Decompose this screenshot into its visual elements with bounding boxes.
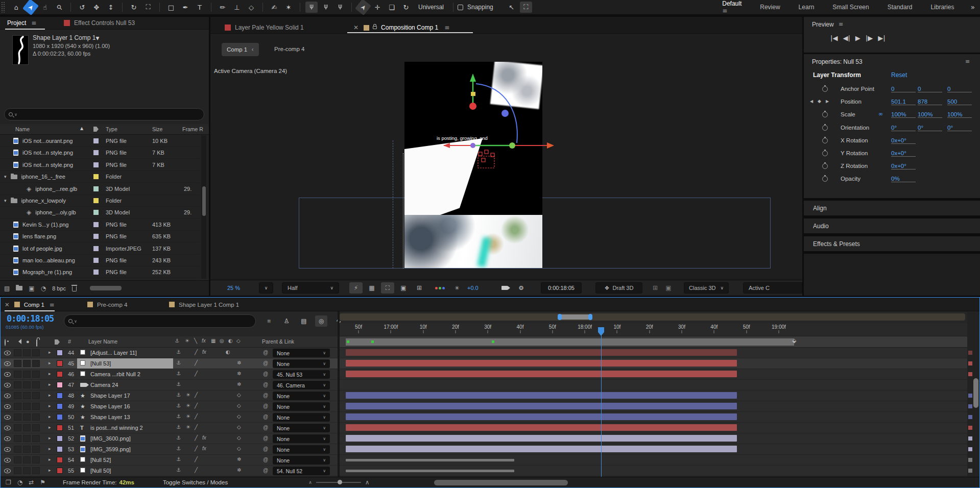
threed-column-icon[interactable]: ◇ [236, 338, 241, 344]
exposure-value[interactable]: +0.0 [467, 282, 479, 294]
label-color-swatch[interactable] [93, 186, 99, 191]
layer-row-51[interactable]: ▸51Tis post...nd winning 2⚓☀╱◇@None∨ [1, 423, 339, 433]
project-row[interactable]: lens flare.pngPNG file635 KB [0, 231, 199, 242]
project-row[interactable]: iOS not...n style.pngPNG file7 KB [0, 147, 199, 159]
layer-row-45[interactable]: ▸45[Null 53]⚓╱✲@None∨ [1, 358, 339, 369]
project-row[interactable]: iOS not...ourant.pngPNG file10 KB [0, 135, 199, 147]
threed-cube-icon[interactable]: ◇ [237, 435, 241, 441]
parent-link-dropdown[interactable]: 45. Null 53∨ [273, 370, 330, 379]
eye-icon[interactable] [4, 458, 11, 462]
layer-row-54[interactable]: ▸54[Null 52]⚓╱✲@None∨ [1, 455, 339, 466]
footage-title[interactable]: Shape Layer 1 Comp 1▼ [33, 34, 110, 42]
threed-cube-icon[interactable]: ◇ [237, 446, 241, 451]
rotation-tool[interactable]: ↻ [128, 2, 140, 13]
tab-project[interactable]: Project ≡ [7, 17, 36, 29]
workspace-tab-default[interactable]: Default ≡ [722, 0, 742, 14]
label-color-swatch[interactable] [93, 270, 99, 275]
frame-blend-column-icon[interactable]: ▦ [211, 338, 216, 344]
anchor-switch[interactable]: ⚓ [176, 392, 181, 398]
layer-name[interactable]: [Null 52] [90, 457, 111, 463]
layer-track-53[interactable] [340, 444, 967, 455]
layer-switch-cell[interactable] [23, 403, 31, 410]
eye-icon[interactable] [4, 404, 11, 409]
collapse-column-icon[interactable]: ☀ [185, 338, 189, 344]
magnification-menu[interactable]: ∨ [259, 282, 273, 294]
layer-duration-bar[interactable] [346, 424, 737, 431]
slash-switch[interactable]: ╱ [195, 392, 198, 398]
layer-switch-cell[interactable] [23, 392, 31, 399]
mask-visibility-icon[interactable]: ▣ [397, 282, 410, 294]
parent-link-dropdown[interactable]: None∨ [273, 434, 330, 443]
channel-settings-icon[interactable] [435, 282, 445, 294]
layer-name[interactable]: [Null 53] [90, 360, 111, 367]
layer-switch-cell[interactable] [32, 467, 40, 474]
slash-switch[interactable]: ╱ [195, 403, 198, 408]
layer-name[interactable]: Shape Layer 16 [90, 403, 130, 409]
layer-duration-bar[interactable] [346, 371, 737, 377]
panel-menu-icon[interactable]: ≡ [31, 19, 36, 27]
stopwatch-icon[interactable] [822, 86, 828, 92]
layer-switch-cell[interactable] [32, 349, 40, 356]
layer-switch-cell[interactable] [14, 371, 21, 378]
transform-gizmo[interactable] [429, 66, 562, 179]
project-item-name[interactable]: iphone_16_-_free [21, 174, 65, 180]
parent-pickwhip-icon[interactable]: @ [263, 425, 268, 430]
parent-pickwhip-icon[interactable]: @ [263, 350, 268, 355]
interpret-footage-icon[interactable]: ▤ [4, 285, 10, 292]
layer-name[interactable]: is post...nd winning 2 [90, 425, 143, 431]
expand-chevron-icon[interactable]: ▸ [49, 371, 51, 376]
layer-track-54[interactable] [340, 455, 967, 466]
anchor-switch[interactable]: ⚓ [176, 349, 181, 355]
column-size[interactable]: Size [152, 126, 162, 132]
breadcrumb-crumb[interactable]: Pre-comp 4 [274, 46, 304, 52]
property-value[interactable]: 501.1 [891, 99, 916, 105]
panel-menu-icon[interactable]: ≡ [965, 58, 970, 65]
eye-icon[interactable] [4, 426, 11, 430]
threed-cube-icon[interactable]: ◇ [237, 392, 241, 398]
property-value[interactable]: 100% [918, 111, 942, 118]
previous-frame-button[interactable]: ◀| [843, 34, 850, 42]
dolly-camera-tool[interactable]: ↕ [105, 2, 117, 13]
expand-modes-pane-icon[interactable]: ◔ [17, 479, 22, 486]
layer-duration-bar[interactable] [346, 446, 737, 452]
motion-blur-column-icon[interactable]: ◎ [220, 338, 224, 344]
label-color-swatch[interactable] [93, 258, 99, 263]
parent-link-dropdown[interactable]: 46. Camera∨ [273, 381, 330, 389]
parent-link-dropdown[interactable]: None∨ [273, 359, 330, 368]
next-keyframe-icon[interactable]: ▶ [826, 99, 829, 104]
property-value[interactable]: 500 [947, 99, 972, 105]
fast-previews-icon[interactable]: ⚡ [349, 282, 363, 294]
parent-pickwhip-icon[interactable]: @ [263, 457, 268, 462]
property-value[interactable]: 0x+0° [891, 163, 916, 169]
layer-row-55[interactable]: ▸55[Null 50]⚓╱✲@54. Null 52∨ [1, 466, 339, 476]
layer-switch-cell[interactable] [14, 435, 21, 442]
position-gizmo-tool[interactable]: ✛ [371, 2, 384, 13]
new-folder-icon[interactable] [16, 286, 22, 290]
layer-duration-bar[interactable] [346, 413, 737, 420]
expand-chevron-icon[interactable]: ▸ [49, 382, 51, 387]
parent-pickwhip-icon[interactable]: @ [263, 382, 268, 387]
slash-switch[interactable]: ╱ [195, 360, 198, 365]
draft-3d-toggle-icon[interactable]: ♙ [280, 315, 293, 327]
project-row[interactable]: Mograph_re (1).pngPNG file252 KB [0, 266, 199, 278]
tab-composition-viewer[interactable]: ✕ Composition Comp 1 ≡ [353, 19, 449, 36]
anchor-switch[interactable]: ⚓ [176, 467, 181, 473]
anchor-switch[interactable]: ⚓ [176, 456, 181, 462]
layer-track-48[interactable] [340, 391, 967, 401]
eye-icon[interactable] [4, 415, 11, 420]
parent-pickwhip-icon[interactable]: @ [263, 435, 268, 441]
render-time-icon[interactable]: ⚑ [40, 479, 45, 486]
property-value[interactable]: 0 [947, 86, 972, 92]
comp-breadcrumb-button[interactable]: Comp 1‹ [222, 43, 259, 56]
motion-blur-icon[interactable]: ◎ [315, 315, 327, 327]
project-item-name[interactable]: iphone_...ree.glb [35, 186, 77, 192]
workspace-tab-review[interactable]: Review [760, 4, 780, 11]
panel-section-align[interactable]: Align [804, 200, 980, 215]
eye-icon[interactable] [4, 394, 11, 398]
eye-icon[interactable] [4, 436, 11, 441]
rotate-gizmo-tool[interactable]: ↻ [400, 2, 412, 13]
eye-icon[interactable] [4, 447, 11, 452]
slash-switch[interactable]: ╱ [195, 349, 198, 355]
layer-duration-bar[interactable] [346, 403, 737, 409]
expand-chevron-icon[interactable]: ▸ [49, 350, 51, 355]
